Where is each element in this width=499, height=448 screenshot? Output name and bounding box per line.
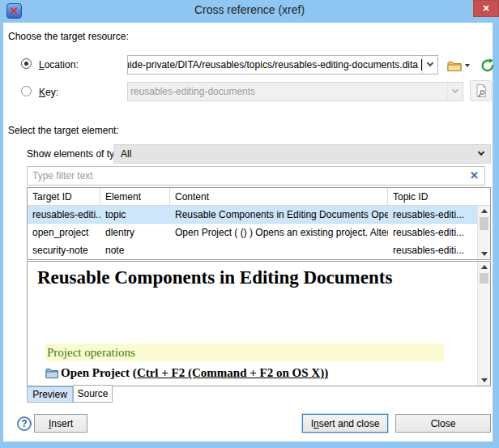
filter-input[interactable] <box>28 170 470 181</box>
insert-button[interactable]: Insert <box>34 414 87 433</box>
scroll-down-icon[interactable] <box>481 252 488 256</box>
close-window-button[interactable]: ✕ <box>473 0 499 17</box>
key-dropdown-button <box>447 83 463 100</box>
highlighted-section: Project operations <box>45 343 444 361</box>
tab-label: Preview <box>32 389 67 400</box>
chevron-down-icon <box>427 60 433 66</box>
cell-target-id[interactable]: security-note <box>28 241 100 259</box>
key-document-icon <box>475 83 488 98</box>
cell-element[interactable]: note <box>100 241 170 259</box>
scroll-up-icon[interactable] <box>481 209 488 213</box>
scroll-up-icon[interactable] <box>481 265 488 269</box>
scrollbar-thumb[interactable] <box>480 217 488 230</box>
title-bar[interactable]: ✕ Cross reference (xref) ✕ <box>0 0 499 23</box>
location-value[interactable]: userguide-private/DITA/reusables/topics/… <box>128 56 420 74</box>
cross-reference-dialog: ✕ Cross reference (xref) ✕ Choose the ta… <box>0 0 499 448</box>
browse-folder-button[interactable] <box>441 57 476 75</box>
entry-text: Open Project ( <box>61 366 137 380</box>
column-header-element[interactable]: Element <box>100 188 170 205</box>
location-combobox[interactable]: userguide-private/DITA/reusables/topics/… <box>127 55 438 75</box>
cell-content[interactable]: Reusable Components in Editing Documents… <box>170 206 388 223</box>
cell-element[interactable]: dlentry <box>100 224 170 241</box>
column-header-content[interactable]: Content <box>170 188 388 205</box>
cell-topic-id[interactable]: reusables-editi... <box>388 206 477 223</box>
close-button[interactable]: Close <box>395 414 491 433</box>
scrollbar-thumb[interactable] <box>480 273 488 284</box>
preview-heading: Reusable Components in Editing Documents <box>37 263 418 292</box>
filter-field[interactable]: ✕ <box>27 166 485 186</box>
blue-folder-icon <box>45 368 59 379</box>
column-header-target-id[interactable]: Target ID <box>28 188 100 205</box>
resource-section-heading: Choose the target resource: <box>8 31 129 42</box>
folder-icon <box>447 60 463 72</box>
table-row-selected[interactable]: reusables-editi... topic Reusable Compon… <box>28 206 477 224</box>
element-section-heading: Select the target element: <box>8 125 119 136</box>
column-header-topic-id[interactable]: Topic ID <box>388 188 477 205</box>
table-row[interactable]: open_project dlentry Open Project ( () )… <box>28 224 477 241</box>
cell-target-id[interactable]: open_project <box>28 224 100 241</box>
preview-pane: Reusable Components in Editing Documents… <box>27 261 491 386</box>
cell-element[interactable]: topic <box>100 206 170 223</box>
preview-entry: Open Project (Ctrl + F2 (Command + F2 on… <box>45 366 328 380</box>
refresh-button[interactable] <box>478 56 497 75</box>
insert-and-close-button[interactable]: Insert and close <box>302 414 388 433</box>
clear-filter-icon[interactable]: ✕ <box>470 170 484 182</box>
entry-shortcut-link: Ctrl + F2 (Command + F2 on OS X)) <box>137 366 328 380</box>
help-button[interactable]: ? <box>17 416 32 431</box>
question-mark-icon: ? <box>21 418 27 429</box>
key-combobox: reusables-editing-documents <box>127 82 463 101</box>
refresh-icon <box>480 58 495 73</box>
elements-table: Target ID Element Content Topic ID reusa… <box>27 187 491 260</box>
dialog-body: Choose the target resource: Location: us… <box>3 23 493 442</box>
section-title: Project operations <box>45 343 444 361</box>
folder-dropdown-arrow-icon <box>465 64 470 67</box>
location-radio[interactable] <box>21 58 32 69</box>
choose-key-button <box>470 80 492 101</box>
tab-label: Source <box>77 388 108 399</box>
chevron-down-icon <box>452 87 458 93</box>
location-label: Location: <box>39 59 79 70</box>
table-scrollbar[interactable] <box>477 206 490 259</box>
cell-target-id[interactable]: reusables-editi... <box>28 206 100 223</box>
type-filter-value: All <box>121 148 479 160</box>
location-dropdown-button[interactable] <box>422 56 437 74</box>
tab-source[interactable]: Source <box>73 385 113 403</box>
table-header[interactable]: Target ID Element Content Topic ID <box>28 188 490 206</box>
key-radio[interactable] <box>21 86 32 96</box>
table-row[interactable]: security-note note reusables-editi... <box>28 241 477 259</box>
chevron-down-icon <box>478 149 484 156</box>
preview-scrollbar[interactable] <box>477 262 490 386</box>
tab-preview[interactable]: Preview <box>27 386 73 403</box>
cell-content[interactable] <box>170 241 388 259</box>
key-value: reusables-editing-documents <box>128 83 447 100</box>
key-label: Key: <box>39 87 58 98</box>
type-filter-dropdown[interactable]: All <box>113 144 491 164</box>
scroll-down-icon[interactable] <box>481 378 488 382</box>
cell-topic-id[interactable]: reusables-editi... <box>388 224 477 241</box>
cell-content[interactable]: Open Project ( () ) Opens an existing pr… <box>170 224 388 241</box>
cell-topic-id[interactable]: reusables-editi... <box>388 241 477 259</box>
dialog-title: Cross reference (xref) <box>0 3 499 16</box>
